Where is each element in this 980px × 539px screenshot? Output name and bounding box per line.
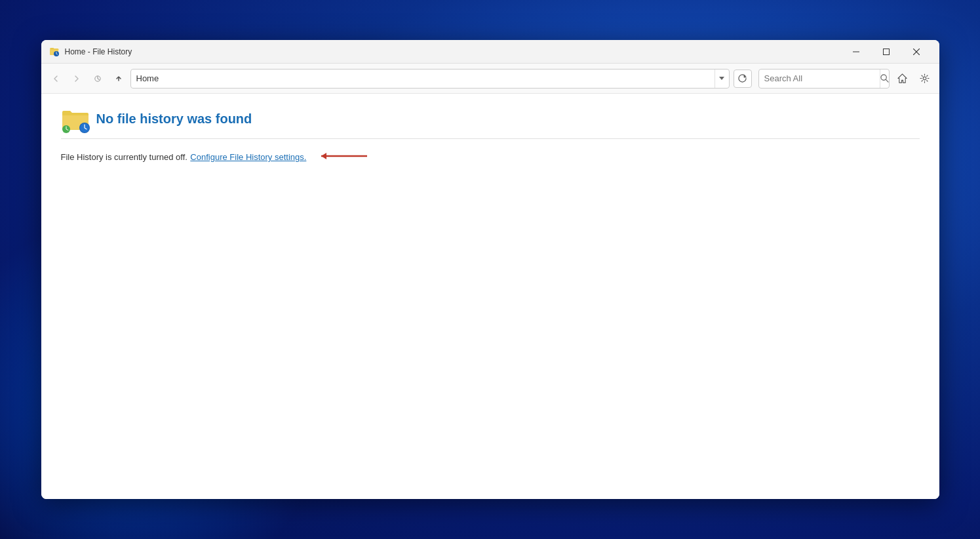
forward-button[interactable] <box>68 70 86 88</box>
titlebar-app-icon <box>49 47 60 57</box>
status-text: File History is currently turned off. <box>61 152 187 162</box>
status-message: File History is currently turned off. Co… <box>61 150 920 165</box>
svg-line-8 <box>886 79 888 82</box>
address-bar[interactable] <box>130 69 730 89</box>
window-controls <box>841 40 931 64</box>
folder-history-icon <box>61 107 87 130</box>
address-dropdown-button[interactable] <box>715 69 729 89</box>
home-button[interactable] <box>893 70 912 88</box>
svg-rect-3 <box>883 49 889 54</box>
main-content: No file history was found File History i… <box>41 94 939 499</box>
no-history-title: No file history was found <box>96 111 252 127</box>
up-button[interactable] <box>109 70 128 88</box>
file-history-window: Home - File History <box>41 40 939 499</box>
content-header: No file history was found <box>61 107 920 130</box>
search-bar[interactable] <box>758 69 890 89</box>
svg-point-9 <box>923 77 926 80</box>
content-divider <box>61 138 920 139</box>
maximize-button[interactable] <box>871 40 901 64</box>
address-input[interactable] <box>131 73 715 83</box>
settings-button[interactable] <box>916 70 934 88</box>
window-title: Home - File History <box>65 47 841 56</box>
search-button[interactable] <box>880 69 889 89</box>
toolbar <box>41 64 939 94</box>
arrow-annotation <box>315 150 374 165</box>
search-input[interactable] <box>759 73 880 83</box>
titlebar: Home - File History <box>41 40 939 64</box>
configure-link[interactable]: Configure File History settings. <box>190 152 306 162</box>
svg-rect-2 <box>853 51 859 52</box>
close-button[interactable] <box>901 40 931 64</box>
refresh-button[interactable] <box>734 70 752 88</box>
back-button[interactable] <box>47 70 65 88</box>
recent-locations-button[interactable] <box>88 70 107 88</box>
minimize-button[interactable] <box>841 40 871 64</box>
